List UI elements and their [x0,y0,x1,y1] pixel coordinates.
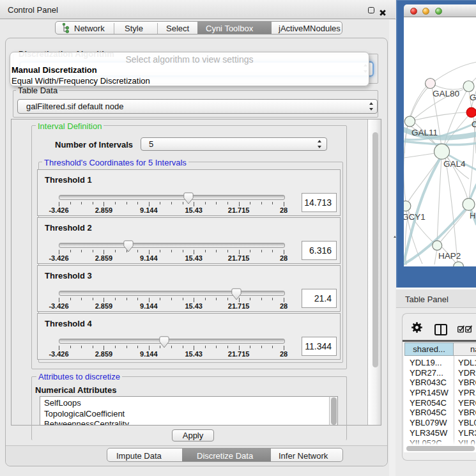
svg-text:C: C [472,119,476,129]
svg-text:GA: GA [470,93,476,102]
svg-text:HAP2: HAP2 [438,251,461,261]
svg-text:GAL11: GAL11 [411,128,438,137]
svg-text:GAL80: GAL80 [433,89,459,98]
svg-text:H: H [470,211,476,220]
svg-text:GCY1: GCY1 [404,212,426,222]
svg-text:GAL4: GAL4 [443,159,466,169]
